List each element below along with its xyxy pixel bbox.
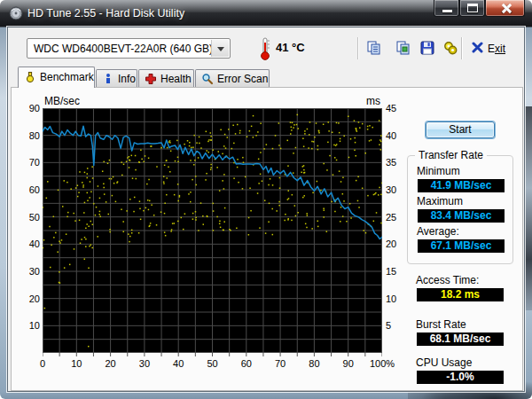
minimize-icon (442, 10, 452, 12)
transfer-rate-group: Transfer Rate Minimum 41.9 MB/sec Maximu… (407, 155, 513, 264)
left-axis-tick: 10 (13, 320, 40, 331)
minimum-label: Minimum (417, 165, 460, 177)
exit-label-prefix: E (488, 43, 495, 55)
copy-image-button[interactable] (395, 40, 411, 56)
benchmark-page: MB/sec ms 908070605040302010 45403530252… (11, 87, 523, 391)
x-axis-tick: 10 (60, 358, 92, 369)
left-axis-tick: 20 (13, 293, 40, 304)
minimum-value: 41.9 MB/sec (418, 179, 505, 192)
x-axis-tick: 80 (298, 358, 330, 369)
right-axis-tick: 45 (386, 103, 412, 113)
error-scan-icon (201, 73, 214, 85)
tab-label: Error Scan (217, 73, 268, 85)
maximize-button[interactable] (459, 0, 485, 17)
transfer-rate-title: Transfer Rate (415, 149, 487, 161)
right-axis-tick: 15 (386, 266, 412, 277)
average-value: 67.1 MB/sec (418, 239, 505, 253)
right-axis-tick: 40 (386, 130, 412, 141)
save-button[interactable] (419, 40, 435, 56)
tab-info[interactable]: Info (96, 69, 137, 88)
left-axis-tick: 80 (13, 130, 40, 141)
toolbar-separator (461, 37, 462, 59)
drive-selector-value: WDC WD6400BEVT-22A0R (640 GB) (34, 43, 213, 55)
tab-label: Benchmark (40, 71, 94, 83)
app-icon (9, 6, 23, 20)
health-icon (145, 73, 157, 85)
left-axis-tick: 60 (13, 184, 40, 195)
options-button[interactable] (442, 40, 458, 56)
start-button[interactable]: Start (426, 121, 495, 138)
thermometer-icon (259, 36, 271, 60)
x-axis-tick: 90 (332, 358, 364, 369)
drive-selector-dropdown-button[interactable] (211, 40, 229, 57)
maximum-label: Maximum (417, 195, 463, 207)
left-axis-tick: 70 (13, 157, 40, 168)
right-axis-tick: 10 (386, 293, 412, 304)
tab-benchmark[interactable]: Benchmark (18, 66, 95, 88)
chevron-down-icon (217, 47, 224, 51)
left-axis-tick: 40 (13, 239, 40, 249)
exit-button[interactable]: Exit (488, 43, 505, 55)
x-axis-tick: 20 (95, 358, 127, 369)
close-button[interactable] (485, 0, 525, 17)
tab-label: Info (118, 73, 136, 85)
exit-icon[interactable] (472, 42, 483, 53)
left-axis-tick: 90 (13, 103, 40, 113)
tab-label: Health (160, 73, 192, 85)
window-frame-reflection (525, 106, 532, 310)
left-axis-title: MB/sec (44, 95, 80, 107)
x-axis-tick: 70 (264, 358, 296, 369)
app-window: HD Tune 2.55 - Hard Disk Utility WDC WD6… (0, 0, 532, 399)
temperature-value: 41 °C (276, 41, 305, 54)
window-title: HD Tune 2.55 - Hard Disk Utility (27, 7, 184, 20)
close-icon (500, 3, 512, 14)
toolbar-separator (357, 37, 358, 59)
burst-rate-value: 68.1 MB/sec (417, 332, 504, 346)
average-label: Average: (417, 225, 459, 238)
title-bar: HD Tune 2.55 - Hard Disk Utility (0, 0, 532, 27)
copy-text-button[interactable] (366, 40, 382, 56)
minimize-button[interactable] (434, 0, 459, 17)
right-axis-tick: 5 (386, 320, 412, 331)
x-axis-tick: 0 (27, 358, 59, 369)
info-icon (102, 73, 114, 85)
x-axis-tick: 30 (129, 358, 160, 369)
maximize-icon (467, 4, 478, 12)
x-axis-tick: 100% (366, 358, 398, 369)
left-axis-tick: 50 (13, 212, 40, 223)
x-axis-tick: 50 (197, 358, 229, 369)
access-time-value: 18.2 ms (417, 288, 504, 301)
exit-label-accel: xit (495, 43, 505, 55)
drive-selector[interactable]: WDC WD6400BEVT-22A0R (640 GB) (27, 38, 231, 59)
maximum-value: 83.4 MB/sec (418, 209, 505, 223)
cpu-usage-value: -1.0% (417, 371, 504, 384)
left-axis-tick: 30 (13, 266, 40, 277)
right-axis-title: ms (366, 95, 380, 107)
burst-rate-label: Burst Rate (416, 318, 466, 331)
access-time-label: Access Time: (416, 274, 479, 286)
benchmark-chart (43, 108, 382, 357)
cpu-usage-label: CPU Usage (416, 356, 472, 369)
tab-error-scan[interactable]: Error Scan (195, 69, 270, 88)
benchmark-icon (24, 71, 36, 83)
tab-health[interactable]: Health (138, 69, 194, 88)
client-area: WDC WD6400BEVT-22A0R (640 GB) 41 °C (7, 27, 525, 392)
x-axis-tick: 60 (231, 358, 262, 369)
x-axis-tick: 40 (162, 358, 194, 369)
